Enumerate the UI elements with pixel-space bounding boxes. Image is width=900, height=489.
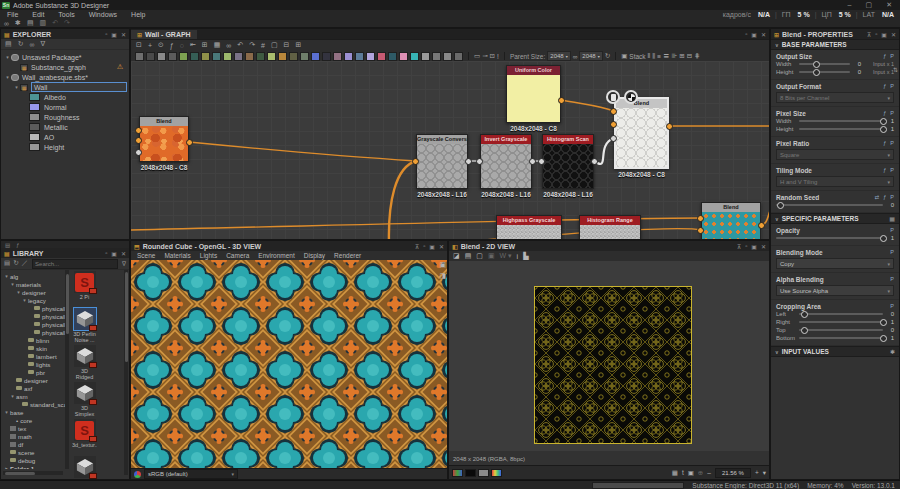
output-port[interactable] bbox=[591, 158, 598, 165]
library-node-folder-1[interactable]: ▸Folder 1 bbox=[1, 464, 65, 469]
param-icon[interactable]: P bbox=[890, 83, 894, 89]
input-port[interactable] bbox=[697, 227, 704, 234]
slider-track[interactable] bbox=[776, 237, 883, 239]
align-icon-7[interactable]: ⋕ bbox=[694, 52, 699, 60]
node-blend1[interactable]: Blend bbox=[139, 116, 189, 162]
param-select[interactable]: Copy▾ bbox=[776, 258, 894, 269]
align-icon-1[interactable]: ⫼ bbox=[652, 52, 655, 60]
view3d-menu-materials[interactable]: Materials bbox=[164, 252, 190, 259]
slider-track[interactable] bbox=[799, 313, 883, 315]
node-create-icon-9[interactable] bbox=[234, 52, 243, 61]
param-icon[interactable]: P bbox=[890, 303, 894, 309]
view2d-fit-icon-2[interactable]: ▣ bbox=[688, 469, 694, 477]
graph-tool-icon-7[interactable]: ▦ bbox=[214, 41, 221, 49]
node-invert-grayscale[interactable]: Invert Grayscale bbox=[480, 134, 532, 189]
param-select[interactable]: H and V Tiling▾ bbox=[776, 176, 894, 187]
library-node-designer[interactable]: designer bbox=[1, 376, 65, 384]
graph-hdr-icon-2[interactable]: ✕ bbox=[761, 31, 766, 38]
size-link-icon[interactable]: ∞ bbox=[573, 53, 578, 60]
param-icon[interactable]: P bbox=[890, 110, 894, 116]
node-create-icon-4[interactable] bbox=[179, 52, 188, 61]
node-create-icon-8[interactable] bbox=[223, 52, 232, 61]
graph-mid-icon-3[interactable]: ! bbox=[497, 53, 499, 60]
graph-canvas[interactable]: Blend2048x2048 - C8Uniform Color2048x204… bbox=[131, 61, 769, 239]
library-tool-icon-0[interactable]: ▤ bbox=[4, 259, 10, 268]
parent-size-width-select[interactable]: 2048▾ bbox=[547, 51, 570, 61]
view3d-side-icon-0[interactable]: ▣ bbox=[439, 261, 446, 269]
node-create-icon-20[interactable] bbox=[355, 52, 364, 61]
library-node-math[interactable]: math bbox=[1, 432, 65, 440]
explorer-hdr-icon-0[interactable]: ▫ bbox=[105, 31, 107, 38]
explorer-node-ao[interactable]: AO bbox=[1, 132, 129, 142]
library-node-lambert[interactable]: lambert bbox=[1, 352, 65, 360]
node-create-icon-19[interactable] bbox=[344, 52, 353, 61]
library-node-axf[interactable]: axf bbox=[1, 384, 65, 392]
view2d-hdr-icon-0[interactable]: ⊼ bbox=[737, 243, 741, 250]
node-create-icon-7[interactable] bbox=[212, 52, 221, 61]
menu-tools[interactable]: Tools bbox=[51, 11, 81, 18]
tree-expander[interactable]: ▾ bbox=[9, 281, 16, 287]
param-icon[interactable]: P bbox=[890, 167, 894, 173]
slider-knob[interactable] bbox=[880, 319, 887, 326]
explorer-node-height[interactable]: Height bbox=[1, 142, 129, 152]
library-node-debug[interactable]: debug bbox=[1, 456, 65, 464]
node-create-icon-6[interactable] bbox=[201, 52, 210, 61]
view3d-menu-display[interactable]: Display bbox=[304, 252, 325, 259]
node-blend2[interactable]: Blend bbox=[614, 97, 669, 169]
graph-tool-icon-5[interactable]: ⇤ bbox=[190, 41, 196, 49]
input-port[interactable] bbox=[476, 158, 483, 165]
node-blend3[interactable]: Blend bbox=[701, 202, 761, 239]
slider-track[interactable] bbox=[799, 321, 883, 323]
align-icon-5[interactable]: ⊞ bbox=[679, 52, 684, 60]
output-port[interactable] bbox=[666, 123, 673, 130]
library-tool-icon-2[interactable]: ／ bbox=[22, 259, 29, 268]
graph-tool-icon-13[interactable]: ⊟ bbox=[284, 41, 290, 49]
node-histogram-scan[interactable]: Histogram Scan bbox=[542, 134, 594, 189]
input-port[interactable] bbox=[610, 135, 617, 142]
view3d-menu-camera[interactable]: Camera bbox=[226, 252, 249, 259]
node-create-icon-3[interactable] bbox=[168, 52, 177, 61]
background-color-button[interactable]: ▾ bbox=[763, 469, 766, 477]
zoom-in-button[interactable]: + bbox=[755, 469, 759, 476]
library-tab-icon-0[interactable]: ▤ bbox=[5, 242, 10, 248]
tree-expander[interactable]: ▾ bbox=[9, 393, 16, 399]
explorer-tool-icon-1[interactable]: ↻ bbox=[18, 40, 24, 48]
param-icon[interactable]: P bbox=[890, 140, 894, 146]
explorer-node-substance-graph[interactable]: ▦Substance_graph⚠ bbox=[1, 62, 129, 72]
library-node-legacy[interactable]: ▾legacy bbox=[1, 296, 65, 304]
view3d-hdr-icon-1[interactable]: ▫ bbox=[423, 243, 425, 250]
graph-tool-icon-4[interactable]: ◌ bbox=[180, 42, 184, 49]
view2d-tool-icon-4[interactable]: W ▾ bbox=[500, 252, 512, 260]
explorer-node-metallic[interactable]: Metallic bbox=[1, 122, 129, 132]
section-header-specific-parameters[interactable]: ∨SPECIFIC PARAMETERS▦ bbox=[771, 213, 899, 224]
node-create-icon-10[interactable] bbox=[245, 52, 254, 61]
input-port[interactable] bbox=[135, 127, 142, 134]
input-port[interactable] bbox=[135, 149, 142, 156]
graph-hdr-icon-0[interactable]: ▫ bbox=[745, 31, 747, 38]
slider-knob[interactable] bbox=[813, 61, 820, 68]
node-create-icon-26[interactable] bbox=[421, 52, 430, 61]
library-search-input[interactable] bbox=[32, 259, 118, 269]
node-create-icon-17[interactable] bbox=[322, 52, 331, 61]
view3d-menu-scene[interactable]: Scene bbox=[137, 252, 155, 259]
library-node-asm[interactable]: ▾asm bbox=[1, 392, 65, 400]
view2d-tool-icon-1[interactable]: ▤ bbox=[465, 252, 472, 260]
properties-hdr-icon-0[interactable]: ⊼ bbox=[867, 31, 871, 38]
tree-expander[interactable]: ▾ bbox=[4, 74, 11, 80]
input-port[interactable] bbox=[610, 108, 617, 115]
param-select[interactable]: Use Source Alpha▾ bbox=[776, 285, 894, 296]
param-icon[interactable]: P bbox=[890, 249, 894, 255]
graph-mid-icon-0[interactable]: ▭ bbox=[474, 52, 480, 60]
slider-knob[interactable] bbox=[801, 311, 808, 318]
node-create-icon-22[interactable] bbox=[377, 52, 386, 61]
node-create-icon-29[interactable] bbox=[454, 52, 463, 61]
graph-tool-icon-3[interactable]: ƒ bbox=[170, 42, 174, 49]
slider-knob[interactable] bbox=[880, 335, 887, 342]
library-filter-icon[interactable]: ∇ bbox=[122, 260, 126, 267]
stack-checkbox[interactable]: ▣ bbox=[621, 52, 627, 60]
node-highpass-grayscale[interactable]: Highpass Grayscale bbox=[496, 215, 562, 239]
explorer-node-wall-arabesque-sbs-[interactable]: ▾Wall_arabesque.sbs* bbox=[1, 72, 129, 82]
node-create-icon-5[interactable] bbox=[190, 52, 199, 61]
size-relative-icon[interactable]: ↻ bbox=[605, 52, 610, 60]
node-create-icon-11[interactable] bbox=[256, 52, 265, 61]
